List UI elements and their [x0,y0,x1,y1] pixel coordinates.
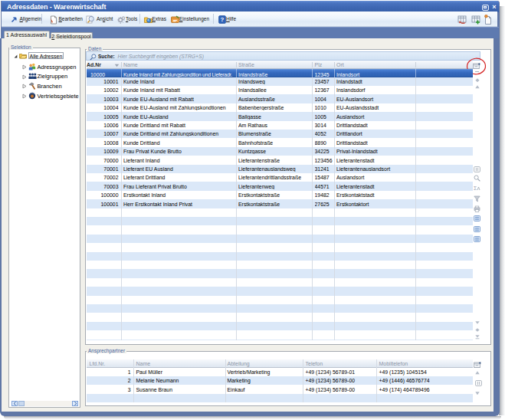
svg-text:?: ? [220,16,224,23]
svg-text:Σ: Σ [474,185,477,191]
